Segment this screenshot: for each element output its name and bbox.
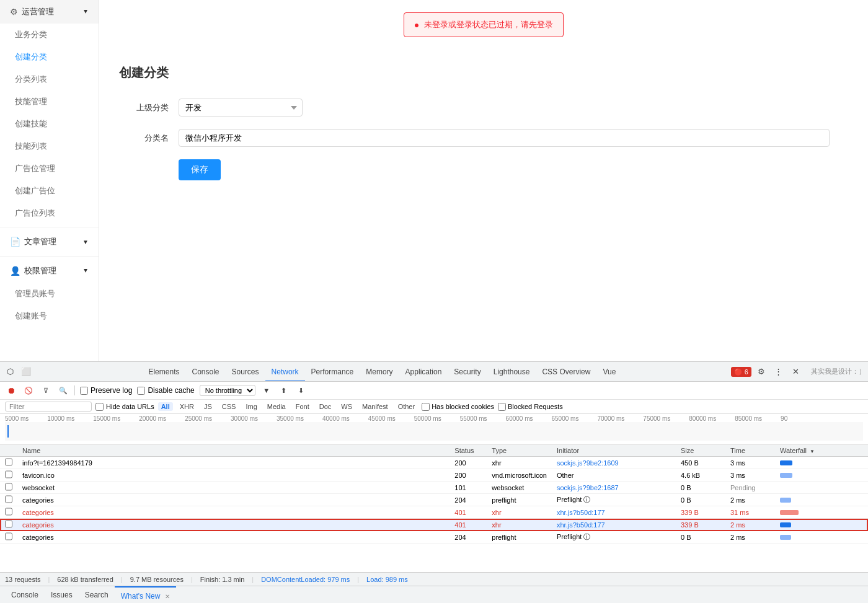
- hide-data-urls-label[interactable]: Hide data URLs: [95, 403, 154, 411]
- table-row[interactable]: categories 204 preflight Preflight ⓘ 0 B…: [0, 531, 868, 544]
- filter-type-doc[interactable]: Doc: [316, 402, 335, 411]
- sidebar-section-operations[interactable]: ⚙ 运营管理 ▲: [0, 0, 99, 24]
- tab-security[interactable]: Security: [448, 362, 487, 382]
- filter-type-manifest[interactable]: Manifest: [359, 402, 391, 411]
- tab-application[interactable]: Application: [399, 362, 448, 382]
- row-size: 4.6 kB: [676, 469, 725, 482]
- table-row[interactable]: categories 401 xhr xhr.js?b50d:177 339 B…: [0, 506, 868, 519]
- bottom-tab-whats-new[interactable]: What's New ✕: [115, 586, 176, 604]
- bottom-tab-issues[interactable]: Issues: [45, 586, 79, 604]
- sidebar-item-create-category[interactable]: 创建分类: [0, 46, 99, 68]
- row-checkbox[interactable]: [5, 508, 12, 516]
- row-checkbox[interactable]: [5, 532, 12, 540]
- table-row[interactable]: favicon.ico 200 vnd.microsoft.icon Other…: [0, 469, 868, 482]
- sidebar-item-admin-account[interactable]: 管理员账号: [0, 283, 99, 305]
- throttle-dropdown-icon[interactable]: ▼: [260, 384, 273, 397]
- record-button[interactable]: ⏺: [5, 384, 17, 397]
- col-type-header[interactable]: Type: [487, 445, 552, 457]
- col-waterfall-header[interactable]: Waterfall ▼: [775, 445, 868, 457]
- has-blocked-cookies-checkbox[interactable]: [422, 403, 430, 411]
- col-initiator-header[interactable]: Initiator: [552, 445, 676, 457]
- row-checkbox[interactable]: [5, 470, 12, 478]
- close-whats-new-icon[interactable]: ✕: [165, 593, 170, 600]
- filter-type-ws[interactable]: WS: [338, 402, 355, 411]
- bottom-tab-search[interactable]: Search: [79, 586, 115, 604]
- upload-icon[interactable]: ⬆: [278, 384, 290, 397]
- blocked-requests-label[interactable]: Blocked Requests: [498, 403, 563, 411]
- table-row[interactable]: websocket 101 websocket sockjs.js?9be2:1…: [0, 482, 868, 494]
- tab-vue[interactable]: Vue: [596, 362, 622, 382]
- disable-cache-checkbox[interactable]: [137, 387, 145, 395]
- network-table[interactable]: Name Status Type Initiator Size Time Wat…: [0, 445, 868, 572]
- row-checkbox[interactable]: [5, 495, 12, 503]
- filter-type-img[interactable]: Img: [242, 402, 260, 411]
- clear-log-button[interactable]: 🚫: [22, 384, 35, 397]
- row-waterfall: [775, 469, 868, 482]
- disable-cache-label[interactable]: Disable cache: [137, 386, 194, 395]
- filter-type-other[interactable]: Other: [395, 402, 418, 411]
- sidebar-item-skill-list[interactable]: 技能列表: [0, 135, 99, 157]
- close-devtools-icon[interactable]: ✕: [789, 364, 804, 379]
- save-button[interactable]: 保存: [179, 159, 221, 180]
- preserve-log-checkbox[interactable]: [80, 387, 88, 395]
- preserve-log-label[interactable]: Preserve log: [80, 386, 132, 395]
- more-options-icon[interactable]: ⋮: [771, 364, 786, 379]
- has-blocked-cookies-label[interactable]: Has blocked cookies: [422, 403, 494, 411]
- tab-memory[interactable]: Memory: [360, 362, 399, 382]
- sidebar-section-permissions[interactable]: 👤 校限管理 ▲: [0, 259, 99, 283]
- row-size: 0 B: [676, 494, 725, 506]
- save-row: 保存: [119, 159, 848, 180]
- table-row[interactable]: info?t=1621394984179 200 xhr sockjs.js?9…: [0, 457, 868, 469]
- sidebar-item-create-skill[interactable]: 创建技能: [0, 113, 99, 135]
- filter-type-font[interactable]: Font: [293, 402, 312, 411]
- tab-performance[interactable]: Performance: [305, 362, 360, 382]
- filter-type-media[interactable]: Media: [264, 402, 289, 411]
- load-info[interactable]: Load: 989 ms: [366, 576, 408, 583]
- tab-lighthouse[interactable]: Lighthouse: [487, 362, 536, 382]
- download-icon[interactable]: ⬇: [295, 384, 308, 397]
- device-toolbar-icon[interactable]: ⬜: [19, 364, 33, 379]
- timeline-graph: [5, 422, 863, 441]
- sidebar-item-ad-list[interactable]: 广告位列表: [0, 202, 99, 224]
- filter-type-xhr[interactable]: XHR: [177, 402, 197, 411]
- sidebar-item-skill-manage[interactable]: 技能管理: [0, 90, 99, 113]
- bottom-tab-console[interactable]: Console: [5, 586, 45, 604]
- sidebar-item-category-list[interactable]: 分类列表: [0, 68, 99, 90]
- col-name-header[interactable]: Name: [17, 445, 450, 457]
- tab-console[interactable]: Console: [185, 362, 225, 382]
- table-row[interactable]: categories 204 preflight Preflight ⓘ 0 B…: [0, 494, 868, 506]
- search-button[interactable]: 🔍: [57, 384, 69, 397]
- row-checkbox[interactable]: [5, 483, 12, 491]
- settings-icon[interactable]: ⚙: [754, 364, 769, 379]
- row-size: 339 B: [676, 506, 725, 519]
- tab-css-overview[interactable]: CSS Overview: [536, 362, 596, 382]
- inspect-icon[interactable]: ⬡: [2, 364, 17, 379]
- sidebar-item-business-category[interactable]: 业务分类: [0, 24, 99, 46]
- category-name-input[interactable]: [179, 129, 830, 147]
- filter-input[interactable]: [5, 402, 92, 412]
- table-row[interactable]: categories 401 xhr xhr.js?b50d:177 339 B…: [0, 519, 868, 531]
- dom-content-loaded[interactable]: DOMContentLoaded: 979 ms: [261, 576, 350, 583]
- col-size-header[interactable]: Size: [676, 445, 725, 457]
- tab-elements[interactable]: Elements: [142, 362, 185, 382]
- filter-type-all[interactable]: All: [158, 402, 173, 411]
- row-type: preflight: [487, 531, 552, 544]
- parent-category-select[interactable]: 开发: [179, 99, 303, 117]
- col-time-header[interactable]: Time: [725, 445, 775, 457]
- tab-network[interactable]: Network: [265, 362, 305, 382]
- row-time: 3 ms: [725, 469, 775, 482]
- sidebar-item-ad-manage[interactable]: 广告位管理: [0, 157, 99, 180]
- col-status-header[interactable]: Status: [450, 445, 487, 457]
- hide-data-urls-checkbox[interactable]: [95, 403, 104, 411]
- row-checkbox[interactable]: [5, 520, 12, 528]
- filter-icon[interactable]: ⊽: [40, 384, 52, 397]
- sidebar-item-create-account[interactable]: 创建账号: [0, 305, 99, 327]
- tab-sources[interactable]: Sources: [226, 362, 265, 382]
- filter-type-css[interactable]: CSS: [219, 402, 239, 411]
- sidebar-section-articles[interactable]: 📄 文章管理 ▼: [0, 230, 99, 253]
- row-checkbox[interactable]: [5, 458, 12, 466]
- blocked-requests-checkbox[interactable]: [498, 403, 506, 411]
- sidebar-item-create-ad[interactable]: 创建广告位: [0, 180, 99, 202]
- throttling-select[interactable]: No throttling: [200, 385, 255, 396]
- filter-type-js[interactable]: JS: [201, 402, 215, 411]
